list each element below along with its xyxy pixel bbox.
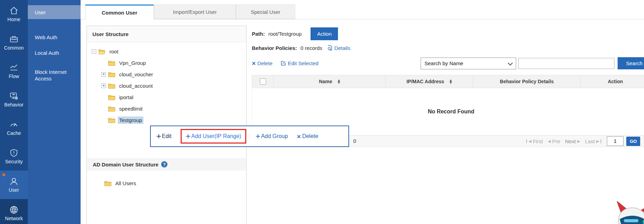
tree-node-cloud-account[interactable]: cloud_account [118,82,154,89]
submenu-label: Web Auth [35,34,57,40]
tree-node-root[interactable]: root [108,48,120,55]
details-link-label: Details [335,45,350,51]
context-delete-button[interactable]: × Delete [297,133,318,140]
user-structure-tree: - root Vpn_Group + cloud_voucher + cloud… [87,46,246,126]
column-header-ip-mac[interactable]: IP/MAC Address ▲▼ [385,75,473,88]
sidebar-item-user[interactable]: User [0,171,28,199]
search-button[interactable]: Search [618,57,644,69]
sidebar-item-label: Behavior [4,102,23,107]
column-label: IP/MAC Address [406,79,444,84]
pagination-pre[interactable]: ◀Pre [548,138,560,144]
search-type-select[interactable]: Search by Name [421,58,516,69]
tree-context-menu: + Edit + Add User(IP Range) + Add Group … [150,126,349,147]
context-add-group-button[interactable]: + Add Group [255,132,288,140]
x-icon: × [297,133,301,140]
search-type-select-wrap: Search by Name [421,58,516,69]
tree-row: - root [87,46,246,57]
home-icon [9,6,18,15]
pagination-last[interactable]: Last▶ [585,138,601,144]
tab-label: Import/Export User [173,9,217,15]
tree-collapse-toggle[interactable]: - [92,49,96,54]
submenu-item-block-internet-access[interactable]: Block Internet Access [28,67,81,83]
submenu-item-local-auth[interactable]: Local Auth [28,48,81,58]
sidebar-item-label: Network [5,216,23,221]
search-input[interactable] [518,58,614,69]
tree-node-speedlimit[interactable]: speedlimit [118,105,144,112]
edit-selected-label: Edit Selected [288,60,318,66]
edit-selected-link[interactable]: Edit Selected [281,60,318,66]
tree-expand-toggle[interactable]: + [101,72,106,77]
sidebar-item-network[interactable]: Network [0,199,28,224]
sidebar-item-home[interactable]: Home [0,0,28,28]
app-root: Home Common Flow Behavior Cache Security… [0,0,644,224]
column-label: Behavior Policy Details [500,79,554,84]
tree-node-testgroup[interactable]: Testgroup [118,117,143,124]
plus-icon: + [156,132,161,140]
delete-link-label: Delete [257,60,272,66]
total-count-value: 0 [353,138,356,144]
delete-link[interactable]: × Delete [252,60,272,67]
submenu-label: Local Auth [35,50,59,56]
sidebar-item-common[interactable]: Common [0,28,28,57]
go-button[interactable]: GO [626,137,640,146]
tab-special-user[interactable]: Special User [236,5,295,19]
select-all-checkbox[interactable] [260,78,266,85]
notification-dot [2,173,5,176]
sort-arrows-icon[interactable]: ▲▼ [338,79,340,84]
arrow-right-icon: ▶ [577,139,580,144]
submenu-item-web-auth[interactable]: Web Auth [28,32,81,42]
empty-table-message: No Record Found [428,109,474,115]
tree-node-iportal[interactable]: iportal [118,94,135,101]
tab-import-export-user[interactable]: Import/Export User [154,5,236,19]
sidebar-item-label: Security [5,159,23,164]
help-icon[interactable]: ? [161,161,167,167]
submenu-item-user[interactable]: User [28,5,81,19]
plus-icon: + [186,132,191,140]
tree-node-vpn-group[interactable]: Vpn_Group [118,59,147,67]
sidebar-item-label: Common [4,45,24,51]
tab-common-user[interactable]: Common User [85,5,154,20]
speedometer-icon [9,120,18,129]
assistant-robot-mascot[interactable] [611,198,644,224]
sidebar-item-cache[interactable]: Cache [0,114,28,142]
path-value: root/Testgroup [269,31,302,37]
x-icon: × [252,60,256,67]
context-item-label: Edit [162,133,172,139]
column-header-name[interactable]: Name ▲▼ [273,75,385,88]
sidebar-item-behavior[interactable]: Behavior [0,85,28,114]
behavior-policies-value: 0 records [300,45,322,51]
page-number-input[interactable] [607,136,624,146]
tree-expand-toggle[interactable]: + [101,84,106,88]
sidebar-item-security[interactable]: Security [0,142,28,171]
behavior-monitor-icon [9,92,18,101]
pagination-next[interactable]: Next▶ [565,138,580,144]
edit-pencil-icon [281,61,286,66]
arrow-left-icon: ◀ [528,139,531,144]
pagination-label: Last [585,138,595,144]
sort-arrows-icon[interactable]: ▲▼ [450,79,452,84]
folder-icon [108,60,115,66]
tree-row: iportal [87,92,246,103]
sidebar-item-flow[interactable]: Flow [0,57,28,85]
ad-domain-title: AD Domain User Structure [93,162,158,167]
context-edit-button[interactable]: + Edit [156,132,172,140]
pagination-label: Pre [552,138,560,144]
submenu-label: Block Internet Access [35,69,78,82]
sidebar-item-label: Cache [7,130,21,136]
context-add-user-ip-range-button[interactable]: + Add User(IP Range) [186,132,241,140]
tree-node-cloud-voucher[interactable]: cloud_voucher [118,71,155,78]
details-link[interactable]: Details [327,45,350,51]
tree-node-all-users[interactable]: All Users [114,180,138,187]
main-content: Common User Import/Export User Special U… [81,0,644,224]
pagination-first[interactable]: ◀First [526,138,543,144]
action-button[interactable]: Action [311,27,338,40]
column-header-action: Action [580,75,644,88]
user-structure-panel: User Structure - root Vpn_Group + cloud_… [86,26,247,224]
tab-label: Common User [102,10,138,16]
column-header-behavior-policy: Behavior Policy Details [473,75,580,88]
folder-icon [108,71,115,77]
folder-icon [108,106,115,112]
behavior-policies-row: Behavior Policies: 0 records Details [252,43,350,53]
pagination-label: Next [565,138,576,144]
column-label: Action [608,79,623,84]
